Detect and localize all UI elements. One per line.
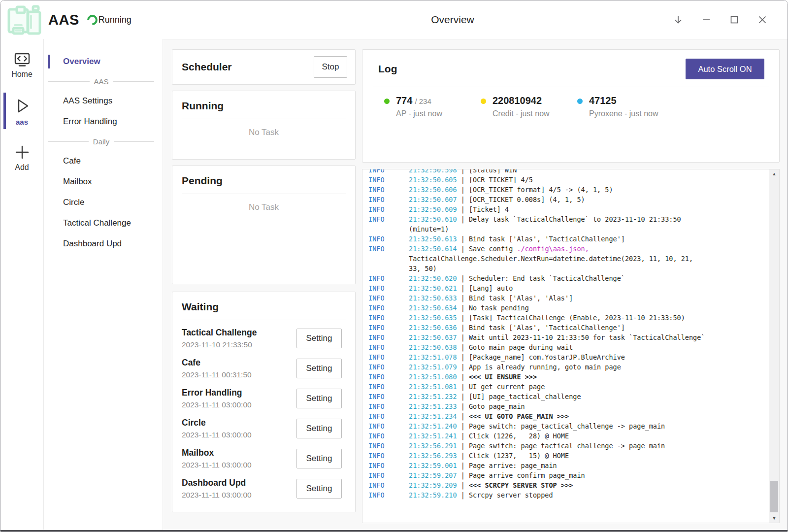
close-button[interactable] [757,14,768,25]
task-setting-button[interactable]: Setting [296,359,342,378]
nav-item-aas-settings[interactable]: AAS Settings [44,91,163,111]
log-line: INFO21:32:50.636 | Bind task ['Alas', 'T… [368,323,767,332]
log-line: INFO21:32:51.081 | UI get current page [368,382,767,392]
task-setting-button[interactable]: Setting [296,389,342,408]
nav-item-error-handling[interactable]: Error Handling [44,111,163,132]
nav-item-mailbox[interactable]: Mailbox [44,171,163,192]
log-line: INFO21:32:51.079 | App is already runnin… [368,362,767,372]
log-line: INFO21:32:51.233 | Goto page_main [368,401,767,411]
task-next-run-time: 2023-11-11 00:31:50 [182,370,252,379]
log-line: INFO21:32:59.001 | Page arrive: page_mai… [368,461,767,470]
scheduler-title: Scheduler [182,61,232,73]
log-line: INFO21:32:50.621 | [Lang] auto [368,283,767,293]
rail-item-aas[interactable]: aas [0,94,43,128]
log-list: INFO21:32:50.598 | [Status] WININFO21:32… [368,169,767,500]
running-title: Running [172,100,355,112]
rail-item-add[interactable]: Add [0,141,43,174]
scheduler-card: Scheduler Stop [172,49,356,85]
task-name: Cafe [182,358,252,368]
download-update-button[interactable] [673,14,684,25]
task-next-run-time: 2023-11-11 03:00:00 [182,431,252,439]
stat-dot-icon [577,99,583,104]
log-line: INFO21:32:59.209 | <<< SCRCPY SERVER STO… [368,480,767,490]
log-line: 33, 50) [368,264,767,273]
log-line: INFO21:32:51.240 | Page switch: page_tac… [368,421,767,431]
nav-item-dashboard-upd[interactable]: Dashboard Upd [44,233,163,254]
waiting-task-row: Dashboard Upd 2023-11-11 03:00:00 Settin… [172,473,355,503]
titlebar: AAS Running Overview [0,0,788,39]
waiting-task-row: Circle 2023-11-11 03:00:00 Setting [172,413,355,443]
pending-title: Pending [172,175,355,187]
scroll-up-icon[interactable]: ▲ [769,169,779,178]
nav-item-circle[interactable]: Circle [44,192,163,213]
resource-stats: 774/ 234 AP - just now 220810942 Credit … [362,87,779,118]
task-setting-button[interactable]: Setting [296,329,342,348]
app-window: AAS Running Overview [0,0,788,532]
log-line: INFO21:32:50.609 | [Ticket] 4 [368,204,767,214]
log-scrollbar[interactable]: ▲ ▼ [769,169,779,523]
log-line: (minute=1) [368,224,767,234]
app-name: AAS [48,12,79,28]
maximize-button[interactable] [729,14,740,25]
task-next-run-time: 2023-11-11 03:00:00 [182,461,252,469]
task-setting-button[interactable]: Setting [296,449,342,468]
log-line: INFO21:32:50.638 | Goto main page during… [368,342,767,352]
nav-item-tactical-challenge[interactable]: Tactical Challenge [44,213,163,233]
nav-sidebar: Overview AAS AAS Settings Error Handling… [44,39,163,531]
running-card: Running No Task [172,91,356,160]
waiting-title: Waiting [172,301,355,313]
log-line: INFO21:32:50.635 | [Task] TacticalChalle… [368,313,767,323]
task-name: Mailbox [182,448,252,458]
log-line: INFO21:32:50.606 | [OCR_TICKET format] 4… [368,185,767,195]
log-card: Log Auto Scroll ON 774/ 234 AP - just no… [362,49,780,163]
log-line: INFO21:32:51.080 | <<< UI ENSURE >>> [368,372,767,382]
log-line: INFO21:32:50.634 | No task pending [368,303,767,313]
scrollbar-thumb[interactable] [770,481,778,512]
waiting-task-row: Mailbox 2023-11-11 03:00:00 Setting [172,443,355,473]
resource-stat-item: 220810942 Credit - just now [481,95,577,118]
page-title: Overview [431,14,474,26]
minimize-button[interactable] [701,14,712,25]
window-bottom-edge [0,530,788,532]
task-setting-button[interactable]: Setting [296,479,342,499]
log-line: INFO21:32:56.291 | Page switch: page_tac… [368,441,767,451]
log-line: TacticalChallenge.Scheduler.NextRun=date… [368,254,767,264]
log-line: INFO21:32:50.607 | [OCR_TICKET 0.008s] (… [368,195,767,204]
stat-value: 220810942 [492,95,542,106]
nav-section-daily: Daily [48,132,154,151]
scheduler-status-text: Running [98,15,131,25]
scroll-down-icon[interactable]: ▼ [769,514,779,523]
stat-dot-icon [481,99,486,104]
log-line: INFO21:32:51.078 | [Package_name] com.Yo… [368,352,767,362]
waiting-task-row: Error Handling 2023-11-11 03:00:00 Setti… [172,383,355,413]
task-next-run-time: 2023-11-11 03:00:00 [182,491,252,499]
log-line: INFO21:32:59.210 | Scrcpy server stopped [368,490,767,500]
stat-label: AP - just now [396,109,442,118]
log-line: INFO21:32:50.610 | Delay task `TacticalC… [368,214,767,224]
log-line: INFO21:32:51.234 | <<< UI GOTO PAGE_MAIN… [368,411,767,421]
stat-value: 47125 [589,95,617,106]
rail-item-home[interactable]: Home [0,50,43,81]
stat-dot-icon [384,99,390,104]
scheduler-stop-button[interactable]: Stop [314,56,347,78]
icon-rail: Home aas Add [0,39,44,531]
log-line: INFO21:32:56.293 | Click (1237, 15) @ HO… [368,451,767,461]
task-setting-button[interactable]: Setting [296,419,342,438]
auto-scroll-toggle-button[interactable]: Auto Scroll ON [686,59,764,79]
nav-section-aas: AAS [48,72,154,91]
log-line: INFO21:32:50.637 | Wait until 2023-11-10… [368,332,767,342]
log-line: INFO21:32:50.633 | Bind task ['Alas', 'A… [368,293,767,303]
task-next-run-time: 2023-11-11 03:00:00 [182,400,252,409]
waiting-task-list: Tactical Challenge 2023-11-10 21:33:50 S… [172,320,355,503]
app-logo-icon [5,3,41,36]
log-line: INFO21:32:50.613 | Bind task ['Alas', 'T… [368,234,767,244]
nav-item-overview[interactable]: Overview [44,51,163,72]
nav-item-cafe[interactable]: Cafe [44,151,163,171]
pending-empty-text: No Task [172,194,355,212]
log-line: INFO21:32:51.232 | [UI] page_tactical_ch… [368,392,767,401]
waiting-card: Waiting Tactical Challenge 2023-11-10 21… [172,292,356,512]
log-line: INFO21:32:50.620 | Scheduler: End task `… [368,273,767,283]
log-line: INFO21:32:50.614 | Save config ./config\… [368,244,767,254]
task-name: Error Handling [182,388,252,398]
window-controls [673,0,768,39]
